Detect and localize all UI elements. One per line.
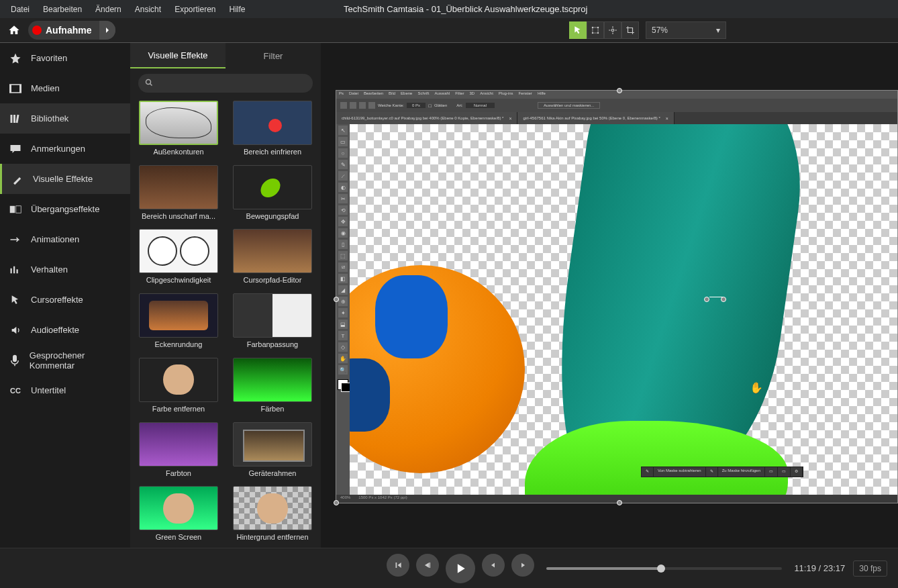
- sidebar-item-medien[interactable]: Medien: [0, 73, 130, 103]
- tab-visuelle-effekte[interactable]: Visuelle Effekte: [130, 43, 226, 68]
- main: Favoriten Medien Bibliothek Anmerkungen …: [0, 43, 898, 548]
- effect-item[interactable]: Bereich unscharf ma...: [136, 165, 221, 224]
- menu-aendern[interactable]: Ändern: [89, 2, 128, 17]
- handle-left[interactable]: [334, 297, 339, 302]
- ps-tab-2: girl-4567561 Nika Akin auf Pixabay.jpg b…: [517, 112, 674, 124]
- effect-thumb: [139, 293, 218, 338]
- effects-search[interactable]: [138, 74, 313, 93]
- menu-ansicht[interactable]: Ansicht: [128, 2, 168, 17]
- effect-thumb: [233, 486, 312, 530]
- effect-item[interactable]: Farbanpassung: [230, 293, 315, 352]
- canvas-area[interactable]: PsDateiBearbeitenBildEbeneSchriftAuswahl…: [321, 43, 898, 548]
- handle-rotate[interactable]: [704, 297, 709, 302]
- effect-item[interactable]: Geräterahmen: [230, 422, 315, 481]
- canvas-clip[interactable]: PsDateiBearbeitenBildEbeneSchriftAuswahl…: [336, 90, 898, 503]
- effect-thumb: [139, 101, 218, 145]
- step-forward-button[interactable]: [482, 554, 505, 577]
- effects-search-input[interactable]: [157, 79, 306, 88]
- record-dropdown[interactable]: [99, 21, 115, 40]
- svg-rect-8: [13, 115, 15, 123]
- zoom-select[interactable]: 57% ▾: [646, 21, 726, 39]
- seek-bar[interactable]: [546, 567, 782, 570]
- tool-crop[interactable]: [621, 21, 639, 39]
- prev-marker-button[interactable]: [387, 554, 409, 577]
- ps-mask-toolbar: ✎Von Maske subtrahieren✎Zu Maske hinzufü…: [641, 467, 803, 477]
- sidebar-item-untertitel[interactable]: CC Untertitel: [0, 375, 130, 405]
- effect-item[interactable]: Hintergrund entfernen: [230, 486, 315, 545]
- tool-edit-points[interactable]: [587, 21, 604, 39]
- seek-fill: [546, 567, 661, 570]
- tool-select[interactable]: [569, 21, 587, 39]
- effect-thumb: [139, 486, 218, 530]
- effect-item[interactable]: Green Screen: [136, 486, 221, 545]
- effect-item[interactable]: Cursorpfad-Editor: [230, 229, 315, 288]
- next-marker-button[interactable]: [511, 554, 534, 577]
- svg-point-16: [146, 80, 151, 85]
- svg-rect-9: [15, 114, 19, 122]
- handle-center[interactable]: [721, 297, 726, 302]
- effect-thumb: [233, 422, 312, 467]
- handle-bottom[interactable]: [617, 500, 622, 505]
- effect-label: Farbton: [139, 469, 218, 477]
- sidebar-item-uebergangseffekte[interactable]: Übergangseffekte: [0, 194, 130, 224]
- svg-rect-13: [13, 266, 15, 273]
- menu-datei[interactable]: Datei: [4, 2, 36, 17]
- record-button[interactable]: Aufnahme: [28, 21, 99, 40]
- menu-hilfe[interactable]: Hilfe: [223, 2, 252, 17]
- sidebar-item-bibliothek[interactable]: Bibliothek: [0, 103, 130, 134]
- sidebar-item-audioeffekte[interactable]: Audioeffekte: [0, 315, 130, 345]
- ps-menu-item: Ansicht: [480, 91, 493, 98]
- tool-pan[interactable]: [604, 21, 621, 39]
- effects-grid: AußenkonturenBereich einfrierenBereich u…: [130, 98, 321, 548]
- sidebar-item-anmerkungen[interactable]: Anmerkungen: [0, 134, 130, 164]
- sidebar-label: Favoriten: [31, 53, 67, 63]
- menu-exportieren[interactable]: Exportieren: [168, 2, 222, 17]
- sidebar-label: Cursoreffekte: [31, 295, 83, 305]
- effect-item[interactable]: Färben: [230, 358, 315, 417]
- cc-icon: CC: [8, 385, 23, 397]
- ps-menu-item: Ps: [339, 91, 344, 98]
- seek-knob[interactable]: [657, 565, 665, 573]
- handle-bl[interactable]: [334, 500, 339, 505]
- star-icon: [8, 52, 23, 64]
- sidebar-item-verhalten[interactable]: Verhalten: [0, 254, 130, 285]
- handle-top[interactable]: [617, 88, 622, 93]
- play-button[interactable]: [446, 554, 475, 583]
- sidebar-item-cursoreffekte[interactable]: Cursoreffekte: [0, 285, 130, 315]
- effect-label: Eckenrundung: [139, 340, 218, 348]
- menu-bearbeiten[interactable]: Bearbeiten: [36, 2, 89, 17]
- effect-thumb: [139, 422, 218, 467]
- sidebar-label: Übergangseffekte: [31, 204, 99, 214]
- sidebar-item-kommentar[interactable]: Gesprochener Kommentar: [0, 345, 130, 375]
- svg-rect-11: [16, 205, 21, 213]
- ps-menu-item: Fenster: [519, 91, 532, 98]
- time-label: 11:19 / 23:17: [794, 563, 845, 573]
- ps-menu-item: Ebene: [401, 91, 412, 98]
- svg-rect-4: [10, 85, 21, 93]
- sidebar-item-animationen[interactable]: Animationen: [0, 224, 130, 254]
- effect-item[interactable]: Bereich einfrieren: [230, 101, 315, 160]
- effect-item[interactable]: Farbe entfernen: [136, 358, 221, 417]
- effect-item[interactable]: Farbton: [136, 422, 221, 481]
- effect-item[interactable]: Eckenrundung: [136, 293, 221, 352]
- home-button[interactable]: [4, 20, 24, 40]
- tab-filter[interactable]: Filter: [226, 43, 321, 68]
- sidebar-item-visuelle-effekte[interactable]: Visuelle Effekte: [0, 164, 130, 194]
- effect-item[interactable]: Außenkonturen: [136, 101, 221, 160]
- behavior-icon: [8, 264, 23, 276]
- sidebar-label: Bibliothek: [31, 113, 68, 124]
- ps-menu-item: Bearbeiten: [364, 91, 383, 98]
- fps-label[interactable]: 30 fps: [853, 560, 887, 577]
- effect-item[interactable]: Bewegungspfad: [230, 165, 315, 224]
- ps-opt-glatten: Glätten: [434, 103, 447, 107]
- sidebar-item-favoriten[interactable]: Favoriten: [0, 43, 130, 73]
- transition-icon: [8, 203, 23, 215]
- effect-label: Clipgeschwindigkeit: [139, 276, 218, 284]
- svg-rect-6: [19, 85, 21, 93]
- record-label: Aufnahme: [46, 25, 91, 36]
- media-icon: [8, 83, 23, 95]
- effect-thumb: [233, 229, 312, 273]
- step-back-button[interactable]: [416, 554, 439, 577]
- effect-item[interactable]: Clipgeschwindigkeit: [136, 229, 221, 288]
- effect-label: Geräterahmen: [233, 469, 312, 477]
